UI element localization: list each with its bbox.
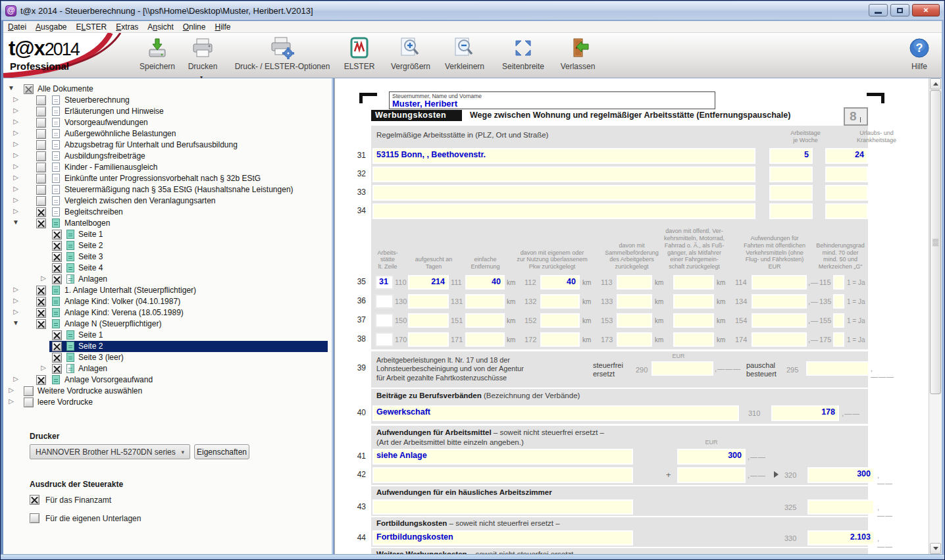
address-field[interactable]: 53115 Bonn, , Beethovenstr. xyxy=(372,148,755,164)
tree-checkbox[interactable] xyxy=(36,129,46,139)
elster-button[interactable]: ELSTER xyxy=(340,36,378,76)
tree-expand-icon[interactable]: ▷ xyxy=(11,196,20,203)
tree-checkbox[interactable] xyxy=(36,375,46,385)
tree-item[interactable]: Seite 3 xyxy=(3,251,330,263)
tree-collapse-icon[interactable]: ▼ xyxy=(11,319,20,326)
close-button[interactable]: ✕ xyxy=(912,4,940,16)
aufwendungen-field[interactable] xyxy=(752,332,807,347)
tree-expand-icon[interactable]: ▷ xyxy=(11,140,20,147)
aufwendungen-field[interactable] xyxy=(752,294,807,309)
tree-checkbox[interactable] xyxy=(52,342,62,351)
behinderung-field[interactable] xyxy=(833,332,844,347)
tree-checkbox[interactable] xyxy=(52,230,62,240)
arbeitsmittel-text-field[interactable]: siehe Anlage xyxy=(372,449,633,465)
tree-checkbox[interactable] xyxy=(52,330,62,340)
pkw-field[interactable] xyxy=(540,332,580,347)
tree-checkbox[interactable] xyxy=(52,364,62,374)
vacation-days-field[interactable]: 24 xyxy=(825,148,868,164)
arbeitsmittel-amount-field[interactable]: 300 xyxy=(677,449,746,465)
tree-item[interactable]: Seite 1 xyxy=(3,229,330,240)
tree-checkbox[interactable] xyxy=(36,163,46,172)
tree-item[interactable]: ▷leere Vordrucke xyxy=(3,397,330,408)
behinderung-field[interactable] xyxy=(833,313,844,328)
aufwendungen-field[interactable] xyxy=(752,275,807,290)
address-field[interactable] xyxy=(372,185,755,201)
menu-online[interactable]: Online xyxy=(178,22,211,32)
tree-checkbox[interactable] xyxy=(24,397,34,407)
tree-expand-icon[interactable]: ▷ xyxy=(7,386,16,394)
menu-elster[interactable]: ELSTER xyxy=(72,22,112,32)
arbeitsmittel-amount-field-2[interactable] xyxy=(677,467,746,483)
sammelbefoerderung-field[interactable] xyxy=(617,275,652,290)
fortbildung-text-field[interactable]: Fortbildungskosten xyxy=(372,530,633,546)
pkw-field[interactable]: 40 xyxy=(540,275,580,290)
tree-expand-icon[interactable]: ▷ xyxy=(11,129,20,136)
tree-expand-icon[interactable]: ▷ xyxy=(11,95,20,103)
tree-checkbox[interactable] xyxy=(36,308,46,318)
tage-field[interactable] xyxy=(408,332,449,347)
entfernung-field[interactable] xyxy=(465,294,505,309)
arbeitszimmer-amount-field[interactable] xyxy=(807,499,875,515)
tree-item[interactable]: ▷Anlagen xyxy=(3,274,330,285)
arbeitsstaette-field[interactable]: 31 xyxy=(375,275,394,290)
tree-checkbox[interactable] xyxy=(36,286,46,295)
tree-item[interactable]: ▷Vergleich zwischen den Veranlagungsarte… xyxy=(3,195,330,207)
tree-expand-icon[interactable]: ▷ xyxy=(11,308,20,315)
tree-expand-icon[interactable]: ▷ xyxy=(11,163,20,170)
tree-checkbox[interactable] xyxy=(36,151,46,161)
tree-item[interactable]: Seite 2 xyxy=(3,341,330,352)
tree-item[interactable]: Seite 1 xyxy=(3,330,330,341)
vacation-days-field[interactable] xyxy=(825,166,868,182)
tree-expand-icon[interactable]: ▷ xyxy=(39,274,48,282)
checkbox-empty-icon[interactable] xyxy=(30,513,39,523)
tree-checkbox[interactable] xyxy=(52,353,62,363)
pkw-field[interactable] xyxy=(540,294,580,309)
arbeitsmittel-text-field-2[interactable] xyxy=(372,467,633,483)
sammelbefoerderung-field[interactable] xyxy=(617,313,652,328)
tree-collapse-icon[interactable]: ▼ xyxy=(11,218,20,226)
menu-extras[interactable]: Extras xyxy=(111,22,143,32)
tree-expand-icon[interactable]: ▷ xyxy=(39,364,48,371)
days-per-week-field[interactable]: 5 xyxy=(769,148,813,164)
tree-item[interactable]: ▷Weitere Vordrucke auswählen xyxy=(3,386,330,397)
behinderung-field[interactable] xyxy=(833,294,844,309)
save-button[interactable]: Speichern xyxy=(136,36,178,76)
fortbildung-amount-field[interactable]: 2.103 xyxy=(807,530,875,546)
tage-field[interactable] xyxy=(408,313,449,328)
checkbox-checked-icon[interactable] xyxy=(30,495,39,505)
vacation-days-field[interactable] xyxy=(825,203,868,219)
tree-checkbox[interactable] xyxy=(36,218,46,228)
tree-checkbox[interactable] xyxy=(36,95,46,105)
tree-expand-icon[interactable]: ▷ xyxy=(11,107,20,114)
tree-expand-icon[interactable]: ▷ xyxy=(11,174,20,181)
zoom-out-button[interactable]: Verkleinern xyxy=(440,36,489,76)
address-field[interactable] xyxy=(372,203,755,219)
aufwendungen-field[interactable] xyxy=(752,313,807,328)
tree-expand-icon[interactable]: ▷ xyxy=(11,286,20,293)
tree-item[interactable]: Seite 2 xyxy=(3,240,330,251)
tage-field[interactable] xyxy=(408,294,449,309)
scroll-down-button[interactable] xyxy=(930,543,941,554)
berufsverband-amount-field[interactable]: 178 xyxy=(771,405,839,421)
tree-checkbox[interactable] xyxy=(36,107,46,116)
tree-expand-icon[interactable]: ▷ xyxy=(11,185,20,192)
tree-item[interactable]: ▷Anlage Kind: Volker (04.10.1987) xyxy=(3,296,330,307)
tree-checkbox[interactable] xyxy=(36,319,46,329)
vacation-days-field[interactable] xyxy=(825,185,868,201)
tree-checkbox[interactable] xyxy=(36,207,46,217)
printer-properties-button[interactable]: Eigenschaften xyxy=(194,444,249,459)
tree-item[interactable]: ▷Anlage Vorsorgeaufwand xyxy=(3,374,330,386)
tree-expand-icon[interactable]: ▷ xyxy=(11,118,20,125)
menu-datei[interactable]: Datei xyxy=(3,22,31,32)
tree-item[interactable]: ▷Steuerberechnung xyxy=(3,95,330,106)
tree-item[interactable]: ▼Mantelbogen xyxy=(3,218,330,229)
oeffentlich-field[interactable] xyxy=(673,313,714,328)
tree-collapse-icon[interactable]: ▼ xyxy=(7,84,16,91)
arbeitsstaette-field[interactable] xyxy=(375,332,394,347)
arbeitsmittel-total-field[interactable]: 300 xyxy=(807,467,875,483)
tree-expand-icon[interactable]: ▷ xyxy=(11,207,20,215)
print-elster-options-button[interactable]: Druck- / ELSTER-Optionen xyxy=(232,36,332,76)
sammelbefoerderung-field[interactable] xyxy=(617,332,652,347)
arbeitsstaette-field[interactable] xyxy=(375,294,394,309)
tree-item[interactable]: Seite 3 (leer) xyxy=(3,352,330,363)
